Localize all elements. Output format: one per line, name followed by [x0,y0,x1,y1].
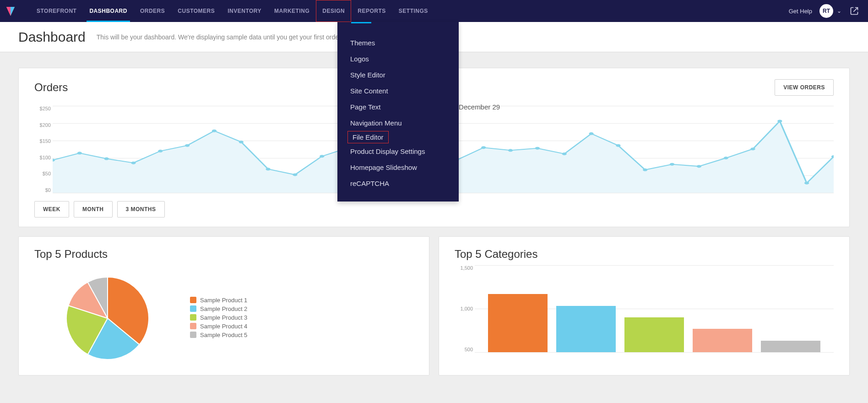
svg-point-6 [131,162,136,164]
nav-items: STOREFRONTDASHBOARDORDERSCUSTOMERSINVENT… [30,0,434,22]
legend-swatch-icon [190,314,196,321]
legend-label: Sample Product 4 [200,323,247,330]
products-pie-chart [62,272,153,364]
chevron-down-icon[interactable]: ⌄ [837,8,841,14]
design-menu-style-editor[interactable]: Style Editor [337,67,459,83]
svg-marker-1 [6,7,11,16]
get-help-link[interactable]: Get Help [789,8,812,15]
svg-point-7 [158,150,163,152]
svg-point-8 [185,144,190,147]
svg-point-23 [589,132,593,135]
svg-point-4 [77,152,82,154]
top-products-title: Top 5 Products [34,248,413,261]
products-legend: Sample Product 1Sample Product 2Sample P… [190,297,247,340]
range-month-button[interactable]: MONTH [74,201,113,218]
nav-reports[interactable]: REPORTS [351,0,392,22]
categories-ytick: 500 [465,347,473,352]
top-categories-title: Top 5 Categories [455,248,834,261]
legend-item: Sample Product 5 [190,332,247,338]
design-menu-recaptcha[interactable]: reCAPTCHA [337,175,459,191]
design-dropdown: ThemesLogosStyle EditorSite ContentPage … [337,22,459,202]
svg-point-19 [481,146,486,149]
nav-orders[interactable]: ORDERS [134,0,171,22]
legend-label: Sample Product 5 [200,332,247,338]
design-menu-file-editor[interactable]: File Editor [347,131,389,143]
view-orders-button[interactable]: VIEW ORDERS [775,79,834,96]
legend-item: Sample Product 3 [190,314,247,321]
orders-ytick: $100 [40,155,51,160]
svg-point-26 [670,163,674,166]
category-bar [556,306,616,352]
legend-item: Sample Product 1 [190,297,247,304]
app-logo-icon[interactable] [4,4,17,18]
svg-point-10 [239,141,244,143]
design-menu-navigation-menu[interactable]: Navigation Menu [337,115,459,131]
legend-swatch-icon [190,305,196,312]
legend-swatch-icon [190,297,196,303]
range-buttons: WEEKMONTH3 MONTHS [34,201,834,218]
design-menu-homepage-slideshow[interactable]: Homepage Slideshow [337,159,459,175]
legend-label: Sample Product 2 [200,305,247,312]
design-menu-themes[interactable]: Themes [337,35,459,51]
legend-swatch-icon [190,323,196,329]
svg-point-30 [777,120,782,122]
top-categories-card: Top 5 Categories 1,5001,000500 [439,236,850,376]
page-title: Dashboard [18,29,86,45]
top-nav: STOREFRONTDASHBOARDORDERSCUSTOMERSINVENT… [0,0,868,22]
category-bar [693,329,752,352]
svg-point-28 [724,157,728,159]
range-week-button[interactable]: WEEK [34,201,69,218]
svg-point-11 [266,168,271,170]
design-menu-product-display-settings[interactable]: Product Display Settings [337,143,459,159]
svg-point-29 [750,147,755,150]
nav-dashboard[interactable]: DASHBOARD [83,0,134,22]
open-external-icon[interactable] [849,5,860,16]
svg-point-21 [535,147,540,150]
svg-point-13 [320,155,324,158]
categories-ytick: 1,500 [460,265,473,271]
orders-ytick: $150 [40,138,51,144]
svg-point-5 [104,158,109,160]
categories-ytick: 1,000 [460,306,473,311]
legend-label: Sample Product 3 [200,314,247,321]
orders-ytick: $50 [43,171,51,176]
legend-item: Sample Product 4 [190,323,247,330]
design-menu-page-text[interactable]: Page Text [337,99,459,115]
legend-label: Sample Product 1 [200,297,247,304]
svg-point-27 [697,165,701,168]
design-menu-logos[interactable]: Logos [337,51,459,67]
nav-storefront[interactable]: STOREFRONT [30,0,83,22]
orders-ytick: $200 [40,122,51,128]
nav-design[interactable]: DESIGN [316,0,351,22]
legend-item: Sample Product 2 [190,305,247,312]
category-bar [488,294,548,352]
svg-point-12 [293,173,297,176]
page-subtitle: This will be your dashboard. We're displ… [97,33,342,41]
nav-inventory[interactable]: INVENTORY [221,0,268,22]
category-bar [624,317,684,352]
user-avatar[interactable]: RT [819,4,833,18]
svg-point-20 [508,149,513,152]
orders-ytick: $250 [40,106,51,111]
top-products-card: Top 5 Products Sample Product 1Sample Pr… [18,236,429,376]
nav-customers[interactable]: CUSTOMERS [171,0,221,22]
svg-point-31 [804,182,809,185]
svg-point-9 [212,130,217,132]
category-bar [761,341,820,352]
legend-swatch-icon [190,332,196,338]
orders-ytick: $0 [45,187,51,193]
range-3-months-button[interactable]: 3 MONTHS [117,201,165,218]
svg-point-22 [562,152,567,155]
svg-point-25 [643,169,647,171]
nav-marketing[interactable]: MARKETING [268,0,316,22]
design-menu-site-content[interactable]: Site Content [337,83,459,99]
nav-right: Get Help RT ⌄ [789,4,860,18]
orders-title: Orders [34,81,68,94]
svg-point-32 [831,155,834,158]
categories-bar-chart: 1,5001,000500 [475,265,834,352]
svg-point-24 [616,144,620,147]
svg-marker-2 [11,7,15,16]
nav-settings[interactable]: SETTINGS [392,0,434,22]
